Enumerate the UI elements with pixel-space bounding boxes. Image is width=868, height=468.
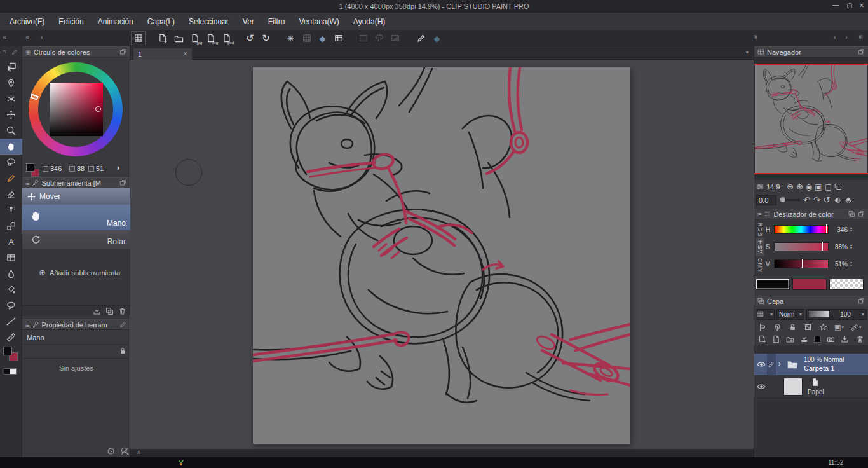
new-folder-icon[interactable]	[786, 335, 794, 343]
dock-collapse-left2-icon[interactable]: «	[25, 33, 29, 41]
menu-edicion[interactable]: Edición	[51, 17, 90, 26]
transfer-down-icon[interactable]	[800, 335, 808, 343]
tool-blend[interactable]	[0, 266, 22, 282]
combine-layer-icon[interactable]	[841, 335, 849, 343]
opacity-widget[interactable]: 100 ▾	[806, 309, 867, 320]
stabilize-pen-button[interactable]	[414, 31, 428, 45]
tab-cmy[interactable]: CMY	[756, 256, 764, 274]
tool-move-layer[interactable]	[0, 107, 22, 123]
toolbar-menu-icon[interactable]: ≡	[3, 48, 6, 55]
plant-icon[interactable]	[177, 458, 186, 467]
delete-layer-icon[interactable]	[856, 335, 864, 343]
wheel-s-value[interactable]: 88	[77, 165, 85, 172]
tool-airbrush[interactable]	[0, 202, 22, 218]
mask-dropdown[interactable]: ▣▾	[834, 323, 844, 331]
subtool-duplicate-icon[interactable]	[105, 307, 114, 315]
zoom-in-icon[interactable]: ⊕	[796, 182, 803, 191]
menu-ayuda[interactable]: Ayuda(H)	[346, 17, 392, 26]
layer-popout-icon[interactable]	[858, 298, 865, 305]
tool-property-menu-icon[interactable]: ≡	[25, 321, 29, 329]
crimson-color-chip[interactable]	[792, 279, 827, 290]
val-slider[interactable]	[774, 259, 829, 268]
color-wheel-popout-icon[interactable]	[119, 48, 126, 55]
tool-eraser[interactable]	[0, 186, 22, 202]
reference-layer-icon[interactable]	[819, 323, 827, 331]
no-zoom-icon[interactable]	[121, 447, 129, 455]
snap-special-icon[interactable]: ◆	[315, 31, 330, 45]
tool-zoom[interactable]	[0, 123, 22, 139]
menu-ventana[interactable]: Ventana(W)	[292, 17, 346, 26]
draft-layer-icon[interactable]	[773, 323, 782, 331]
new-raster-layer-icon[interactable]	[758, 335, 766, 343]
rotate-cw-icon[interactable]: ↷	[813, 195, 820, 205]
document-tab-close-icon[interactable]: ×	[183, 50, 187, 59]
subtool-group-mover[interactable]: Mover	[22, 188, 130, 205]
subtool-import-icon[interactable]	[93, 307, 101, 315]
subtool-item-rotar[interactable]: Rotar	[22, 230, 130, 249]
zoom-reset-icon[interactable]: ◉	[806, 182, 812, 191]
tab-hsv[interactable]: HSV	[756, 238, 764, 256]
minimize-button[interactable]: —	[830, 1, 841, 8]
subtool-popout-icon[interactable]	[119, 179, 126, 186]
snap-grid-button[interactable]	[299, 31, 314, 45]
subtool-item-mano[interactable]: Mano	[22, 205, 130, 230]
menu-seleccionar[interactable]: Seleccionar	[182, 17, 236, 26]
clip-to-layer-icon[interactable]	[758, 323, 766, 331]
collapse-commandbar-icon[interactable]: ∧	[137, 449, 141, 455]
rotation-slider[interactable]	[780, 199, 800, 201]
zoom-value[interactable]: 14.9	[766, 183, 784, 191]
hue-spinner[interactable]: ▴▾	[850, 226, 852, 233]
tool-frame-border[interactable]	[0, 250, 22, 266]
subtool-trash-icon[interactable]	[118, 307, 126, 315]
tool-balloon[interactable]	[0, 298, 22, 313]
folder-expander-icon[interactable]: ›	[778, 359, 781, 368]
lock-alpha-icon[interactable]	[804, 323, 812, 331]
save-psd-button[interactable]: psd	[219, 31, 234, 45]
add-subtool-button[interactable]: ⊕ Añadir subherramienta	[39, 268, 120, 277]
new-vector-layer-icon[interactable]	[772, 335, 780, 343]
tool-property-lock-icon[interactable]	[119, 347, 126, 355]
transparent-color-swatch[interactable]	[4, 368, 17, 375]
folder-name[interactable]: Carpeta 1	[804, 364, 834, 372]
toolbar-edit-icon[interactable]	[11, 49, 18, 55]
sparkle-icon[interactable]: ✳	[283, 31, 298, 45]
wheel-main-color[interactable]	[26, 163, 34, 172]
val-spinner[interactable]: ▴▾	[850, 261, 852, 267]
new-paper-layer-icon[interactable]	[814, 336, 821, 343]
panel-prev-icon[interactable]: ‹	[41, 33, 43, 41]
open-file-button[interactable]	[172, 31, 186, 45]
color-slider-dupe-icon[interactable]	[848, 210, 855, 217]
dock-collapse-left-icon[interactable]: «	[3, 33, 6, 41]
ruler-dropdown[interactable]: ▾	[851, 324, 862, 331]
tool-line-correction[interactable]	[0, 313, 22, 329]
zoom-slider-icon[interactable]	[756, 183, 764, 191]
layer-camera-icon[interactable]	[827, 335, 835, 343]
folder-visibility-eye-icon[interactable]	[757, 360, 766, 369]
tool-fill[interactable]	[0, 282, 22, 298]
sat-value[interactable]: 88%	[831, 244, 848, 251]
panel-scroll-left-icon[interactable]: ‹	[834, 33, 836, 41]
select-lasso-button[interactable]	[372, 31, 386, 45]
menu-capa[interactable]: Capa(L)	[140, 17, 182, 26]
save-png-button[interactable]: png	[203, 31, 218, 45]
tool-property-edit-icon[interactable]	[119, 321, 126, 328]
save-jpg-button[interactable]: jpg	[187, 31, 202, 45]
menu-ver[interactable]: Ver	[236, 17, 261, 26]
lock-layer-icon[interactable]	[789, 323, 797, 331]
tool-hand[interactable]	[0, 139, 22, 155]
select-rect-button[interactable]	[356, 31, 370, 45]
new-document-button[interactable]	[156, 31, 170, 45]
wheel-mode-icon[interactable]: ◑	[115, 163, 120, 172]
menu-filtro[interactable]: Filtro	[261, 17, 292, 26]
blend-mode-dropdown[interactable]: Norm ▾	[776, 309, 804, 320]
redo-icon[interactable]: ↻	[259, 31, 273, 45]
tool-figure[interactable]	[0, 218, 22, 234]
hue-value[interactable]: 346	[831, 226, 848, 233]
subtool-menu-icon[interactable]: ≡	[25, 179, 29, 187]
select-invert-button[interactable]	[388, 31, 402, 45]
layer-row-paper[interactable]: Papel	[754, 375, 868, 398]
paper-visibility-eye-icon[interactable]	[757, 382, 766, 391]
tool-ruler[interactable]	[0, 329, 22, 345]
hue-slider[interactable]	[774, 225, 829, 234]
menu-archivo[interactable]: Archivo(F)	[3, 17, 51, 26]
